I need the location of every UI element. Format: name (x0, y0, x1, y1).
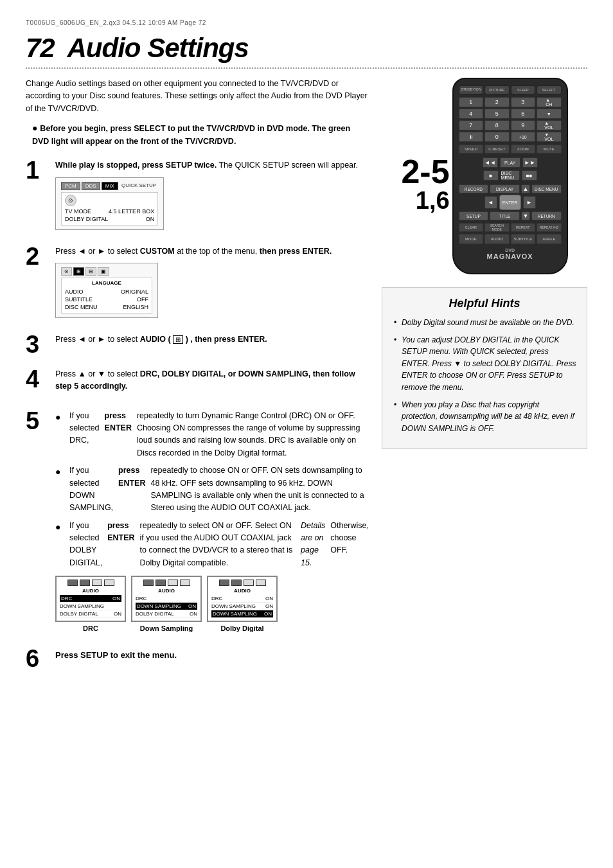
step-2-screen: ⊙ ⊞ ⊟ ▣ LANGUAGE AUDIO ORIGINAL (55, 263, 158, 318)
screen-ds-header (136, 580, 197, 586)
btn-clear[interactable]: CLEAR (459, 223, 484, 232)
s2row1: AUDIO ORIGINAL (65, 288, 148, 296)
btn-angle[interactable]: ANGLE (537, 234, 562, 244)
step-6: 6 Press SETUP to exit the menu. (26, 645, 369, 671)
drc-r2l: DOWN SAMPLING (60, 603, 104, 609)
btn-display[interactable]: DISPLAY (490, 184, 520, 193)
screen-ds-box: AUDIO DRC DOWN SAMPLING ON (131, 576, 202, 622)
btn-5[interactable]: 5 (484, 109, 510, 119)
btn-enter[interactable]: ENTER (499, 195, 521, 210)
btn-8[interactable]: 8 (484, 120, 510, 130)
btn-disc-menu[interactable]: DISC MENU (501, 170, 520, 181)
file-info: T0006UG_6006UG_EN_2.qx3 04.5.12 10:09 AM… (26, 19, 587, 26)
page-number: 72 (26, 33, 55, 63)
btn-9[interactable]: 9 (511, 120, 536, 130)
step-2-number: 2 (26, 243, 49, 269)
btn-ch-up[interactable]: ▲CH (537, 97, 562, 107)
screen1-tabs: PCM DDS MIX QUICK SETUP (61, 182, 158, 190)
btn-1[interactable]: 1 (459, 97, 484, 107)
btn-stop[interactable]: ■ (483, 170, 499, 181)
btn-standby[interactable]: STNDBY/ON (459, 85, 484, 94)
btn-6[interactable]: 6 (511, 109, 536, 119)
btn-audio[interactable]: AUDIO (484, 234, 510, 244)
nav-row1: RECORD DISPLAY ▲ DISC MENU (459, 184, 562, 193)
remote-func-row2: MODE AUDIO SUBTITLE ANGLE (459, 234, 562, 244)
btn-speed[interactable]: SPEED (459, 145, 484, 154)
btn-vol-up[interactable]: ▲VOL (537, 120, 562, 130)
btn-record[interactable]: RECORD (459, 184, 489, 193)
screen2-body: LANGUAGE AUDIO ORIGINAL SUBTITLE OFF DIS… (61, 278, 152, 314)
drc-tab2 (80, 580, 90, 586)
dd-label: Dolby Digital (220, 624, 263, 632)
btn-up[interactable]: ▲ (521, 184, 530, 193)
ds-tab2 (155, 580, 166, 586)
screen1-icon: ⊙ (65, 195, 76, 206)
screen-ds: AUDIO DRC DOWN SAMPLING ON (131, 576, 202, 632)
btn-plus10[interactable]: +10 (511, 132, 536, 142)
btn-zoom[interactable]: ZOOM (511, 145, 536, 154)
btn-left[interactable]: ◄ (484, 196, 497, 209)
btn-repeat-ab[interactable]: REPEAT A-B (537, 223, 562, 232)
s2r3v: ENGLISH (123, 304, 148, 310)
btn-pause[interactable]: ⏸ (459, 132, 484, 142)
intro-bullet: Before you begin, press SELECT to put th… (26, 121, 369, 148)
btn-rew[interactable]: ◄◄ (483, 157, 498, 168)
dd-r1l: DRC (211, 596, 222, 601)
btn-disc-menu2[interactable]: DISC MENU (531, 184, 562, 193)
screens-row: AUDIO DRC ON DOWN SAMPLING (55, 576, 369, 632)
btn-ch-down[interactable]: ▼ (537, 109, 562, 119)
btn-search-mode[interactable]: SEARCH MODE (484, 223, 510, 232)
btn-mute[interactable]: MUTE (537, 145, 562, 154)
btn-0[interactable]: 0 (484, 132, 510, 142)
btn-7[interactable]: 7 (459, 120, 484, 130)
helpful-hints-box: Helpful Hints Dolby Digital sound must b… (382, 287, 587, 449)
dd-r2v: ON (265, 603, 273, 609)
drc-tab3 (92, 580, 102, 586)
drc-tab4 (104, 580, 114, 586)
btn-creset[interactable]: C.RESET (484, 145, 510, 154)
btn-sleep[interactable]: SLEEP (511, 85, 536, 94)
dd-tab4 (256, 580, 266, 586)
btn-3[interactable]: 3 (511, 97, 536, 107)
step-4-number: 4 (26, 366, 49, 391)
btn-return[interactable]: RETURN (531, 211, 562, 220)
drc-screen-title: AUDIO (60, 588, 121, 594)
step-2: 2 Press ◄ or ► to select CUSTOM at the t… (26, 243, 369, 322)
s2row2: SUBTITLE OFF (65, 296, 148, 303)
btn-select[interactable]: SELECT (537, 85, 562, 94)
remote-dvd-logo: DVD (459, 248, 562, 252)
row1-value: 4.5 LETTER BOX (109, 208, 154, 215)
btn-4[interactable]: 4 (459, 109, 484, 119)
step-6-content: Press SETUP to exit the menu. (55, 645, 369, 660)
dd-r3l: DOWN SAMPLING (213, 611, 257, 617)
btn-play[interactable]: PLAY (500, 157, 520, 168)
title-text: Audio Settings (67, 33, 249, 63)
remote-section: 2-5 1,6 STNDBY/ON PICTURE SLEEP SELECT 1 (401, 78, 567, 274)
dd-row2: DOWN SAMPLING ON (211, 603, 273, 610)
btn-2[interactable]: 2 (484, 97, 510, 107)
btn-mode[interactable]: MODE (459, 234, 484, 244)
btn-picture[interactable]: PICTURE (484, 85, 510, 94)
side-step-numbers: 2-5 1,6 (401, 78, 449, 213)
btn-title[interactable]: TITLE (490, 211, 520, 220)
screen2-title: LANGUAGE (65, 280, 148, 286)
btn-repeat[interactable]: REPEAT (511, 223, 536, 232)
btn-vol-down[interactable]: ▼VOL (537, 132, 562, 142)
screen-drc-box: AUDIO DRC ON DOWN SAMPLING (55, 576, 126, 622)
step-2-content: Press ◄ or ► to select CUSTOM at the top… (55, 243, 369, 322)
screen1-icon-row: ⊙ (65, 195, 154, 206)
btn-right[interactable]: ► (523, 196, 536, 209)
ds-r3l: DOLBY DIGITAL (136, 611, 174, 617)
btn-fwd[interactable]: ►► (522, 157, 538, 168)
side-numbers-top: 2-5 (401, 155, 449, 188)
btn-down[interactable]: ▼ (521, 211, 530, 220)
drc-r3l: DOLBY DIGITAL (60, 611, 98, 617)
btn-ff[interactable]: ■■ (522, 170, 537, 181)
step-1: 1 While play is stopped, press SETUP twi… (26, 157, 369, 233)
step-1-text: While play is stopped, press SETUP twice… (55, 159, 369, 172)
row1-label: TV MODE (65, 208, 91, 215)
ds-row-highlight: DOWN SAMPLING ON (136, 603, 197, 610)
remote-transport: ◄◄ PLAY ►► (459, 157, 562, 168)
btn-subtitle[interactable]: SUBTITLE (511, 234, 536, 244)
btn-setup[interactable]: SETUP (459, 211, 489, 220)
